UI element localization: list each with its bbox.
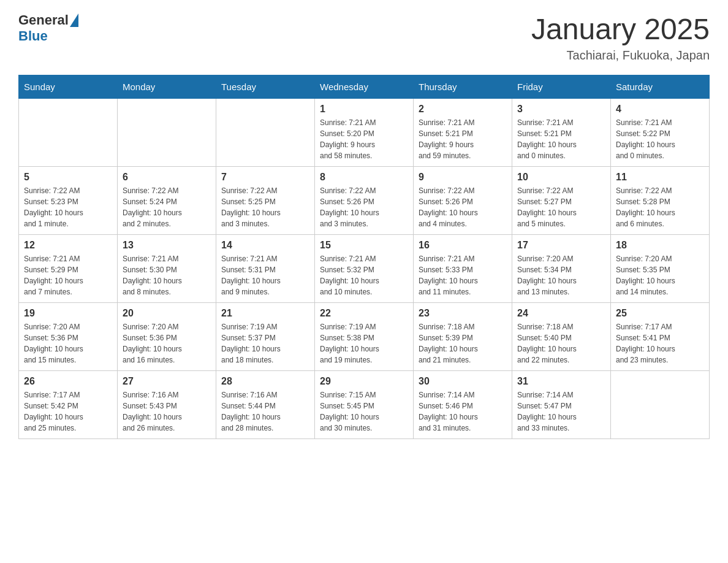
calendar-week-row: 12Sunrise: 7:21 AMSunset: 5:29 PMDayligh… (19, 235, 710, 303)
calendar-day-13: 13Sunrise: 7:21 AMSunset: 5:30 PMDayligh… (118, 235, 216, 303)
calendar-day-18: 18Sunrise: 7:20 AMSunset: 5:35 PMDayligh… (611, 235, 710, 303)
day-number: 9 (419, 172, 507, 183)
day-info: Sunrise: 7:14 AMSunset: 5:46 PMDaylight:… (419, 389, 507, 434)
logo: General Blue (18, 12, 78, 44)
day-number: 25 (616, 308, 704, 319)
calendar-day-16: 16Sunrise: 7:21 AMSunset: 5:33 PMDayligh… (414, 235, 512, 303)
day-info: Sunrise: 7:18 AMSunset: 5:39 PMDaylight:… (419, 321, 507, 366)
calendar-day-2: 2Sunrise: 7:21 AMSunset: 5:21 PMDaylight… (414, 99, 512, 167)
calendar-day-15: 15Sunrise: 7:21 AMSunset: 5:32 PMDayligh… (315, 235, 414, 303)
page-header: General Blue January 2025 Tachiarai, Fuk… (18, 12, 710, 63)
calendar-day-25: 25Sunrise: 7:17 AMSunset: 5:41 PMDayligh… (611, 303, 710, 371)
day-number: 16 (419, 240, 507, 251)
calendar-day-22: 22Sunrise: 7:19 AMSunset: 5:38 PMDayligh… (315, 303, 414, 371)
calendar-day-31: 31Sunrise: 7:14 AMSunset: 5:47 PMDayligh… (512, 371, 611, 439)
day-number: 28 (221, 376, 309, 387)
day-number: 21 (221, 308, 309, 319)
day-number: 12 (24, 240, 112, 251)
location-subtitle: Tachiarai, Fukuoka, Japan (531, 48, 710, 63)
calendar-day-29: 29Sunrise: 7:15 AMSunset: 5:45 PMDayligh… (315, 371, 414, 439)
day-info: Sunrise: 7:18 AMSunset: 5:40 PMDaylight:… (517, 321, 605, 366)
weekday-header-sunday: Sunday (19, 75, 118, 99)
calendar-day-20: 20Sunrise: 7:20 AMSunset: 5:36 PMDayligh… (118, 303, 216, 371)
calendar-day-28: 28Sunrise: 7:16 AMSunset: 5:44 PMDayligh… (216, 371, 315, 439)
day-info: Sunrise: 7:22 AMSunset: 5:28 PMDaylight:… (616, 185, 704, 229)
day-info: Sunrise: 7:14 AMSunset: 5:47 PMDaylight:… (517, 389, 605, 434)
calendar-day-5: 5Sunrise: 7:22 AMSunset: 5:23 PMDaylight… (19, 167, 118, 235)
day-number: 14 (221, 240, 309, 251)
calendar-day-12: 12Sunrise: 7:21 AMSunset: 5:29 PMDayligh… (19, 235, 118, 303)
day-number: 18 (616, 240, 704, 251)
day-info: Sunrise: 7:21 AMSunset: 5:31 PMDaylight:… (221, 253, 309, 297)
day-number: 31 (517, 376, 605, 387)
day-info: Sunrise: 7:17 AMSunset: 5:41 PMDaylight:… (616, 321, 704, 366)
day-info: Sunrise: 7:21 AMSunset: 5:22 PMDaylight:… (616, 117, 704, 161)
calendar-week-row: 19Sunrise: 7:20 AMSunset: 5:36 PMDayligh… (19, 303, 710, 371)
day-number: 1 (320, 104, 408, 115)
day-number: 11 (616, 172, 704, 183)
calendar-day-24: 24Sunrise: 7:18 AMSunset: 5:40 PMDayligh… (512, 303, 611, 371)
calendar-header-row: SundayMondayTuesdayWednesdayThursdayFrid… (19, 75, 710, 99)
day-number: 15 (320, 240, 408, 251)
day-number: 10 (517, 172, 605, 183)
logo-blue-text: Blue (18, 28, 48, 44)
day-info: Sunrise: 7:16 AMSunset: 5:43 PMDaylight:… (123, 389, 211, 434)
calendar-empty-cell (118, 99, 216, 167)
day-info: Sunrise: 7:22 AMSunset: 5:26 PMDaylight:… (419, 185, 507, 229)
weekday-header-thursday: Thursday (414, 75, 512, 99)
day-info: Sunrise: 7:16 AMSunset: 5:44 PMDaylight:… (221, 389, 309, 434)
day-number: 24 (517, 308, 605, 319)
weekday-header-saturday: Saturday (611, 75, 710, 99)
calendar-week-row: 1Sunrise: 7:21 AMSunset: 5:20 PMDaylight… (19, 99, 710, 167)
calendar-day-3: 3Sunrise: 7:21 AMSunset: 5:21 PMDaylight… (512, 99, 611, 167)
calendar-day-10: 10Sunrise: 7:22 AMSunset: 5:27 PMDayligh… (512, 167, 611, 235)
day-info: Sunrise: 7:21 AMSunset: 5:33 PMDaylight:… (419, 253, 507, 297)
calendar-day-21: 21Sunrise: 7:19 AMSunset: 5:37 PMDayligh… (216, 303, 315, 371)
day-info: Sunrise: 7:21 AMSunset: 5:30 PMDaylight:… (123, 253, 211, 297)
month-title: January 2025 (531, 12, 710, 46)
calendar-day-26: 26Sunrise: 7:17 AMSunset: 5:42 PMDayligh… (19, 371, 118, 439)
day-number: 30 (419, 376, 507, 387)
calendar-day-30: 30Sunrise: 7:14 AMSunset: 5:46 PMDayligh… (414, 371, 512, 439)
day-number: 17 (517, 240, 605, 251)
weekday-header-monday: Monday (118, 75, 216, 99)
day-number: 4 (616, 104, 704, 115)
logo-general-text: General (18, 12, 69, 28)
day-number: 6 (123, 172, 211, 183)
day-number: 3 (517, 104, 605, 115)
calendar-day-7: 7Sunrise: 7:22 AMSunset: 5:25 PMDaylight… (216, 167, 315, 235)
calendar-day-27: 27Sunrise: 7:16 AMSunset: 5:43 PMDayligh… (118, 371, 216, 439)
day-number: 7 (221, 172, 309, 183)
day-number: 20 (123, 308, 211, 319)
day-info: Sunrise: 7:19 AMSunset: 5:38 PMDaylight:… (320, 321, 408, 366)
day-number: 27 (123, 376, 211, 387)
weekday-header-friday: Friday (512, 75, 611, 99)
weekday-header-wednesday: Wednesday (315, 75, 414, 99)
calendar-week-row: 26Sunrise: 7:17 AMSunset: 5:42 PMDayligh… (19, 371, 710, 439)
calendar-empty-cell (216, 99, 315, 167)
day-info: Sunrise: 7:19 AMSunset: 5:37 PMDaylight:… (221, 321, 309, 366)
logo-triangle-icon (70, 13, 78, 27)
title-section: January 2025 Tachiarai, Fukuoka, Japan (531, 12, 710, 63)
day-info: Sunrise: 7:20 AMSunset: 5:36 PMDaylight:… (123, 321, 211, 366)
calendar-day-23: 23Sunrise: 7:18 AMSunset: 5:39 PMDayligh… (414, 303, 512, 371)
day-info: Sunrise: 7:22 AMSunset: 5:24 PMDaylight:… (123, 185, 211, 229)
day-number: 2 (419, 104, 507, 115)
day-info: Sunrise: 7:22 AMSunset: 5:25 PMDaylight:… (221, 185, 309, 229)
calendar-day-17: 17Sunrise: 7:20 AMSunset: 5:34 PMDayligh… (512, 235, 611, 303)
calendar-day-4: 4Sunrise: 7:21 AMSunset: 5:22 PMDaylight… (611, 99, 710, 167)
calendar-empty-cell (611, 371, 710, 439)
calendar-day-1: 1Sunrise: 7:21 AMSunset: 5:20 PMDaylight… (315, 99, 414, 167)
day-info: Sunrise: 7:22 AMSunset: 5:27 PMDaylight:… (517, 185, 605, 229)
calendar-empty-cell (19, 99, 118, 167)
calendar-table: SundayMondayTuesdayWednesdayThursdayFrid… (18, 75, 710, 439)
day-info: Sunrise: 7:20 AMSunset: 5:35 PMDaylight:… (616, 253, 704, 297)
calendar-day-14: 14Sunrise: 7:21 AMSunset: 5:31 PMDayligh… (216, 235, 315, 303)
day-info: Sunrise: 7:21 AMSunset: 5:20 PMDaylight:… (320, 117, 408, 161)
calendar-day-8: 8Sunrise: 7:22 AMSunset: 5:26 PMDaylight… (315, 167, 414, 235)
day-info: Sunrise: 7:21 AMSunset: 5:21 PMDaylight:… (517, 117, 605, 161)
calendar-week-row: 5Sunrise: 7:22 AMSunset: 5:23 PMDaylight… (19, 167, 710, 235)
calendar-day-11: 11Sunrise: 7:22 AMSunset: 5:28 PMDayligh… (611, 167, 710, 235)
calendar-day-6: 6Sunrise: 7:22 AMSunset: 5:24 PMDaylight… (118, 167, 216, 235)
day-number: 22 (320, 308, 408, 319)
